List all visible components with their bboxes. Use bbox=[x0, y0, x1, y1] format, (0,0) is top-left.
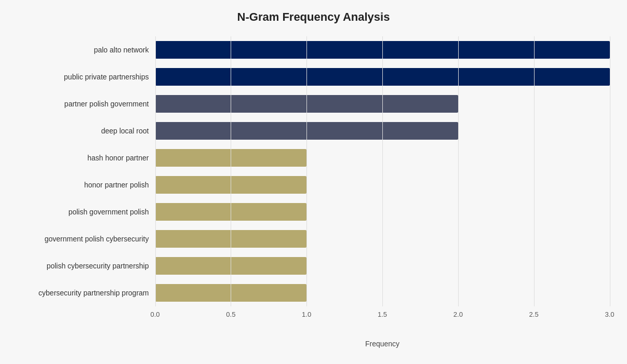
bar-fill bbox=[155, 257, 307, 275]
bar-fill bbox=[155, 149, 307, 167]
chart-container: N-Gram Frequency Analysis palo alto netw… bbox=[7, 0, 620, 364]
bar-row: public private partnerships bbox=[18, 63, 610, 90]
grid-line bbox=[610, 36, 610, 306]
bar-label: public private partnerships bbox=[18, 73, 155, 81]
bar-label: polish government polish bbox=[18, 208, 155, 216]
bar-fill bbox=[155, 122, 458, 140]
bar-fill bbox=[155, 176, 307, 194]
bar-row: deep local root bbox=[18, 117, 610, 144]
bar-row: cybersecurity partnership program bbox=[18, 279, 610, 306]
bar-row: hash honor partner bbox=[18, 144, 610, 171]
bar-row: polish cybersecurity partnership bbox=[18, 252, 610, 279]
x-tick: 3.0 bbox=[605, 311, 614, 318]
bar-row: palo alto network bbox=[18, 36, 610, 63]
bar-label: government polish cybersecurity bbox=[18, 235, 155, 243]
bar-row: polish government polish bbox=[18, 198, 610, 225]
bar-fill bbox=[155, 41, 610, 59]
bar-label: honor partner polish bbox=[18, 181, 155, 189]
bar-fill bbox=[155, 95, 458, 113]
x-tick: 0.5 bbox=[226, 311, 235, 318]
bar-fill bbox=[155, 230, 307, 248]
bar-label: palo alto network bbox=[18, 46, 155, 54]
bar-fill bbox=[155, 203, 307, 221]
bar-label: polish cybersecurity partnership bbox=[18, 262, 155, 270]
bar-fill bbox=[155, 68, 610, 86]
bar-label: hash honor partner bbox=[18, 154, 155, 162]
bar-fill bbox=[155, 284, 307, 302]
bar-row: partner polish government bbox=[18, 90, 610, 117]
bar-label: cybersecurity partnership program bbox=[18, 289, 155, 297]
x-tick: 0.0 bbox=[150, 311, 159, 318]
bar-row: honor partner polish bbox=[18, 171, 610, 198]
x-tick: 1.5 bbox=[378, 311, 387, 318]
bar-label: deep local root bbox=[18, 127, 155, 135]
x-axis-label: Frequency bbox=[155, 340, 610, 348]
chart-title: N-Gram Frequency Analysis bbox=[18, 10, 610, 24]
bar-label: partner polish government bbox=[18, 100, 155, 108]
x-tick: 1.0 bbox=[302, 311, 311, 318]
x-tick: 2.0 bbox=[453, 311, 463, 318]
x-tick: 2.5 bbox=[529, 311, 539, 318]
bar-row: government polish cybersecurity bbox=[18, 225, 610, 252]
